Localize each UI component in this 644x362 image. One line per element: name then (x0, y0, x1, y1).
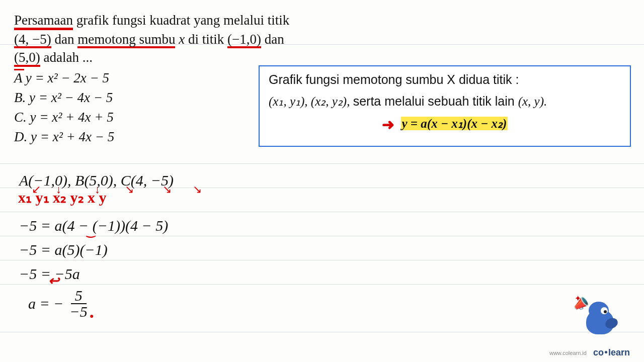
question-var-x: x (179, 32, 188, 47)
formula-equation: y = a(x − x₁)(x − x₂) (401, 117, 508, 130)
formula-title: Grafik fungsi memotong sumbu X didua tit… (269, 72, 621, 87)
arrow-down-icon: ↘ (163, 183, 172, 196)
footer: www.colearn.id colearn (549, 347, 630, 358)
underline-mark-icon: ‿ (87, 226, 95, 238)
footer-url: www.colearn.id (549, 350, 587, 356)
work-step-2: −5 = a(5)(−1) (19, 238, 174, 262)
horn-icon: 📣 (571, 294, 591, 313)
mascot-icon: ✦ 📣 (569, 297, 624, 339)
formula-equation-row: ➜ y = a(x − x₁)(x − x₂) (269, 116, 621, 133)
formula-text: serta melalui sebuah titik lain (353, 94, 518, 108)
question-text: Persamaan grafik fungsi kuadrat yang mel… (14, 11, 346, 67)
question-point-3: (5,0) (14, 51, 40, 67)
work-step-4: a = − 5 −5 ● (19, 286, 174, 321)
question-keyword: Persamaan (14, 14, 73, 30)
question-point-1: (4, −5) (14, 33, 51, 49)
formula-line-2: (x₁, y₁), (x₂, y₂), serta melalui sebuah… (269, 94, 621, 109)
question-text-mid: dan (54, 32, 77, 47)
brand-part-b: learn (608, 347, 630, 357)
question-text-mid: adalah ... (43, 50, 92, 65)
question-continuation: grafik fungsi kuadrat yang melalui titik (76, 13, 290, 28)
work-step-4-lhs: a = − (28, 295, 64, 312)
fraction-num: 5 (71, 288, 87, 304)
dot-mark-icon: ● (90, 312, 94, 320)
mascot-eye (601, 307, 608, 314)
formula-box: Grafik fungsi memotong sumbu X didua tit… (259, 65, 631, 147)
dot-icon (605, 351, 607, 353)
question-text-mid: di titik (188, 32, 227, 47)
fraction-den: −5 (66, 304, 92, 319)
work-step-1: −5 = a(4 − (−1))(4 − 5) ‿ (19, 214, 174, 238)
fraction: 5 −5 (66, 288, 92, 319)
formula-point-xy: (x, y). (518, 95, 547, 108)
page: Persamaan grafik fungsi kuadrat yang mel… (0, 0, 644, 362)
ruled-line (0, 332, 644, 332)
arrow-down-icon: ↓ (95, 183, 100, 196)
footer-brand: colearn (593, 347, 630, 357)
arrow-down-icon: ↓ (56, 183, 61, 196)
work-step-3: −5 = −5a ↩ (19, 262, 174, 286)
question-point-2: (−1,0) (227, 33, 261, 49)
brand-part-a: co (593, 347, 604, 357)
arrow-down-icon: ↘ (193, 183, 202, 196)
ruled-line (0, 163, 644, 164)
question-phrase: memotong sumbu (77, 33, 175, 49)
formula-points: (x₁, y₁), (x₂, y₂), (269, 95, 353, 108)
question-text-mid: dan (265, 32, 284, 47)
arrow-down-icon: ↘ (125, 183, 134, 196)
arrow-down-icon: ↙ (32, 183, 41, 196)
arrow-right-icon: ➜ (382, 116, 394, 133)
